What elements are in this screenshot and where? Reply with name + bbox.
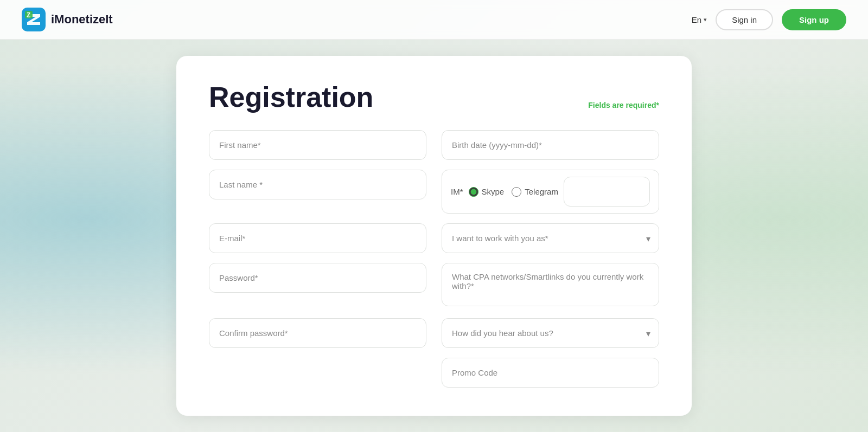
lang-label: En [692,15,701,24]
required-star: * [656,101,659,109]
card-header: Registration Fields are required* [209,82,659,113]
promo-code-field [442,358,659,388]
header-right: En ▾ Sign in Sign up [692,9,846,30]
confirm-password-field [209,318,426,348]
required-note-text: Fields are required [588,101,656,109]
logo-icon: Z [22,8,46,31]
skype-radio[interactable] [469,187,478,197]
promo-code-input[interactable] [442,358,659,388]
logo: Z iMonetizeIt [22,8,113,31]
work-as-select[interactable]: I want to work with you as* Publisher Ad… [442,223,659,253]
telegram-radio[interactable] [512,187,521,197]
lang-selector[interactable]: En ▾ [692,15,707,24]
chevron-down-icon: ▾ [704,16,707,23]
email-input[interactable] [209,223,426,253]
work-as-field: I want to work with you as* Publisher Ad… [442,223,659,253]
radio-group: Skype Telegram [469,187,558,197]
cpa-networks-input[interactable] [442,263,659,306]
birth-date-field [442,130,659,160]
registration-card: Registration Fields are required* IM* [176,56,692,416]
password-field [209,263,426,308]
im-container: IM* Skype Telegram [442,170,659,214]
logo-text: iMonetizeIt [51,12,113,27]
confirm-password-input[interactable] [209,318,426,348]
required-note: Fields are required* [588,101,659,109]
im-value-input[interactable] [564,177,650,207]
main-content: Registration Fields are required* IM* [0,40,868,432]
telegram-label: Telegram [525,187,558,196]
email-field [209,223,426,253]
hear-about-select[interactable]: How did you hear about us? Google Social… [442,318,659,348]
signin-button[interactable]: Sign in [716,9,773,30]
last-name-input[interactable] [209,170,426,199]
empty-left-cell [209,358,426,388]
page-title: Registration [209,82,373,113]
password-input[interactable] [209,263,426,293]
birth-date-input[interactable] [442,130,659,160]
cpa-networks-field [442,263,659,308]
skype-option[interactable]: Skype [469,187,505,197]
first-name-field [209,130,426,160]
form-grid: IM* Skype Telegram [209,130,659,388]
hear-about-field: How did you hear about us? Google Social… [442,318,659,348]
signup-button[interactable]: Sign up [782,9,846,30]
im-label: IM* [451,187,463,196]
telegram-option[interactable]: Telegram [512,187,558,197]
im-field: IM* Skype Telegram [442,170,659,214]
first-name-input[interactable] [209,130,426,160]
svg-text:Z: Z [27,11,30,19]
header: Z iMonetizeIt En ▾ Sign in Sign up [0,0,868,40]
skype-label: Skype [482,187,505,196]
last-name-field [209,170,426,214]
